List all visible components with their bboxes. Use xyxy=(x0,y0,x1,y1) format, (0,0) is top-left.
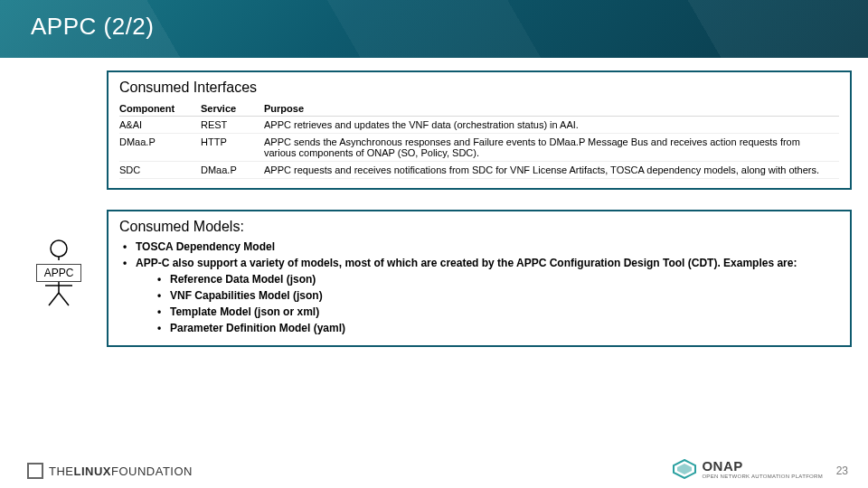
cell-service: REST xyxy=(201,117,264,134)
lf-square-icon xyxy=(27,463,43,479)
onap-name: ONAP xyxy=(702,458,823,474)
actor-head-icon xyxy=(47,239,71,260)
cell-purpose: APPC requests and receives notifications… xyxy=(264,162,839,179)
list-item: Template Model (json or xml) xyxy=(154,304,839,320)
lf-wordmark: THELINUXFOUNDATION xyxy=(49,465,193,478)
sublist: Reference Data Model (json) VNF Capabili… xyxy=(154,271,839,336)
actor-label: APPC xyxy=(36,264,82,282)
list-item-text: APP-C also support a variety of models, … xyxy=(136,257,797,269)
list-item: Parameter Definition Model (yaml) xyxy=(154,320,839,336)
onap-logo: ONAP OPEN NETWORK AUTOMATION PLATFORM xyxy=(673,458,823,479)
consumed-interfaces-panel: Consumed Interfaces Component Service Pu… xyxy=(107,70,852,190)
cell-purpose: APPC retrieves and updates the VNF data … xyxy=(264,117,839,134)
consumed-interfaces-title: Consumed Interfaces xyxy=(119,80,839,96)
cell-component: A&AI xyxy=(119,117,201,134)
actor-figure: APPC xyxy=(34,239,83,307)
list-item: VNF Capabilities Model (json) xyxy=(154,287,839,304)
consumed-models-title: Consumed Models: xyxy=(119,219,839,235)
slide-footer: THELINUXFOUNDATION ONAP OPEN NETWORK AUT… xyxy=(0,452,868,479)
table-row: SDC DMaa.P APPC requests and receives no… xyxy=(119,162,839,179)
svg-line-4 xyxy=(49,293,59,305)
onap-tagline: OPEN NETWORK AUTOMATION PLATFORM xyxy=(702,474,823,479)
svg-line-5 xyxy=(59,293,69,305)
page-number: 23 xyxy=(836,465,848,477)
table-row: DMaa.P HTTP APPC sends the Asynchronous … xyxy=(119,134,839,162)
cell-component: SDC xyxy=(119,162,201,179)
col-service: Service xyxy=(201,101,264,117)
list-item: Reference Data Model (json) xyxy=(154,271,839,287)
lf-post: FOUNDATION xyxy=(111,465,193,478)
lf-pre: THE xyxy=(49,465,74,478)
cell-service: HTTP xyxy=(201,134,264,162)
linux-foundation-logo: THELINUXFOUNDATION xyxy=(27,463,193,479)
table-header-row: Component Service Purpose xyxy=(119,101,839,117)
consumed-models-list: TOSCA Dependency Model APP-C also suppor… xyxy=(119,239,839,336)
col-purpose: Purpose xyxy=(264,101,839,117)
consumed-interfaces-table: Component Service Purpose A&AI REST APPC… xyxy=(119,101,839,179)
onap-mark-icon xyxy=(673,459,696,479)
cell-component: DMaa.P xyxy=(119,134,201,162)
list-item: APP-C also support a variety of models, … xyxy=(119,255,839,336)
svg-point-0 xyxy=(51,240,67,257)
svg-marker-7 xyxy=(677,464,692,474)
cell-service: DMaa.P xyxy=(201,162,264,179)
consumed-models-panel: Consumed Models: TOSCA Dependency Model … xyxy=(107,210,852,347)
slide-title: APPC (2/2) xyxy=(0,0,868,41)
cell-purpose: APPC sends the Asynchronous responses an… xyxy=(264,134,839,162)
list-item-text: TOSCA Dependency Model xyxy=(136,240,275,253)
lf-mid: LINUX xyxy=(74,465,112,478)
table-row: A&AI REST APPC retrieves and updates the… xyxy=(119,117,839,134)
actor-body-icon xyxy=(43,282,74,307)
onap-wordmark: ONAP OPEN NETWORK AUTOMATION PLATFORM xyxy=(702,458,823,479)
list-item: TOSCA Dependency Model xyxy=(119,239,839,255)
col-component: Component xyxy=(119,101,201,117)
slide-header: APPC (2/2) xyxy=(0,0,868,58)
